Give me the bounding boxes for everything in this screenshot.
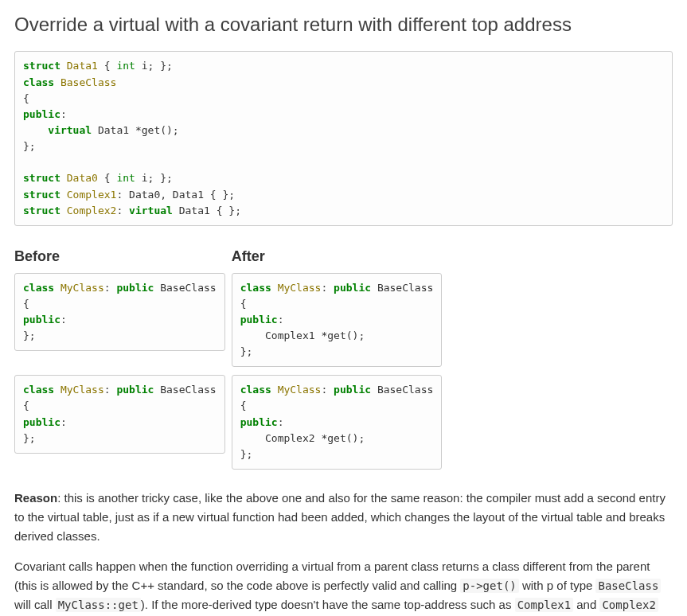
text-fragment: ). If the more-derived type doesn't have… xyxy=(141,598,515,611)
code-block-top: struct Data1 { int i; }; class BaseClass… xyxy=(14,51,673,225)
after-heading: After xyxy=(232,245,443,268)
code-after-1: class MyClass: public BaseClass { public… xyxy=(232,273,443,368)
text-fragment: will call xyxy=(14,598,56,611)
text-fragment: with p of type xyxy=(519,579,596,592)
code-before-2: class MyClass: public BaseClass { public… xyxy=(14,375,225,454)
code-after-2: class MyClass: public BaseClass { public… xyxy=(232,375,443,470)
reason-text: : this is another tricky case, like the … xyxy=(14,491,666,543)
code-inline-baseclass: BaseClass xyxy=(595,579,661,593)
code-inline-myclassget: MyClass::get xyxy=(56,598,141,612)
text-fragment: and xyxy=(573,598,599,611)
compare-row-1: Before class MyClass: public BaseClass {… xyxy=(14,234,673,376)
compare-row-2: class MyClass: public BaseClass { public… xyxy=(14,375,673,478)
code-inline-complex2: Complex2 xyxy=(599,598,658,612)
before-heading: Before xyxy=(14,245,225,268)
covariant-paragraph: Covariant calls happen when the function… xyxy=(14,557,673,616)
reason-paragraph: Reason: this is another tricky case, lik… xyxy=(14,489,673,546)
page-title: Override a virtual with a covariant retu… xyxy=(14,10,673,40)
code-inline-complex1: Complex1 xyxy=(515,598,573,612)
code-before-1: class MyClass: public BaseClass { public… xyxy=(14,273,225,352)
code-inline-pget: p->get() xyxy=(460,579,518,593)
reason-label: Reason xyxy=(14,491,57,505)
